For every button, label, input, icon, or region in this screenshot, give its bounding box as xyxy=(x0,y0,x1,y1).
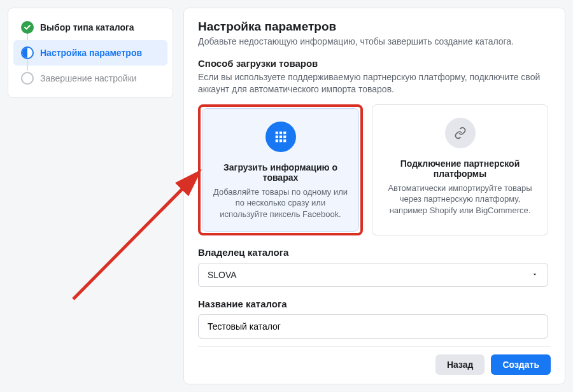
step-label: Выбор типа каталога xyxy=(40,22,134,32)
half-circle-icon xyxy=(21,46,34,59)
card-partner-platform[interactable]: Подключение партнерской платформы Автома… xyxy=(372,104,548,236)
grid-icon xyxy=(265,122,296,152)
card-highlight-box: Загрузить информацию о товарах Добавляйт… xyxy=(198,104,363,236)
caret-down-icon xyxy=(531,270,539,280)
card-title: Подключение партнерской платформы xyxy=(381,158,539,179)
step-label: Настройка параметров xyxy=(40,48,142,58)
svg-rect-1 xyxy=(279,131,281,134)
upload-method-heading: Способ загрузки товаров xyxy=(198,58,548,69)
card-title: Загрузить информацию о товарах xyxy=(211,162,350,183)
svg-rect-3 xyxy=(275,136,278,138)
step-label: Завершение настройки xyxy=(40,73,137,83)
upload-method-cards: Загрузить информацию о товарах Добавляйт… xyxy=(198,104,548,236)
step-pending-finish: Завершение настройки xyxy=(13,66,167,91)
create-button[interactable]: Создать xyxy=(491,354,551,375)
page-title: Настройка параметров xyxy=(198,20,548,34)
link-icon xyxy=(445,118,476,148)
wizard-sidebar: Выбор типа каталога Настройка параметров… xyxy=(8,8,173,98)
svg-rect-6 xyxy=(275,139,278,142)
svg-rect-0 xyxy=(275,131,278,134)
footer-actions: Назад Создать xyxy=(198,346,551,384)
owner-value: SLOVA xyxy=(208,270,237,280)
card-desc: Добавляйте товары по одному или по неско… xyxy=(211,186,350,220)
owner-label: Владелец каталога xyxy=(198,247,548,258)
svg-rect-8 xyxy=(283,139,286,142)
svg-rect-2 xyxy=(283,131,286,134)
upload-method-desc: Если вы используете поддерживаемую партн… xyxy=(198,71,548,95)
svg-rect-5 xyxy=(283,136,286,138)
catalog-name-input[interactable] xyxy=(198,314,548,339)
step-done-catalog-type[interactable]: Выбор типа каталога xyxy=(13,15,167,40)
owner-select[interactable]: SLOVA xyxy=(198,263,548,287)
svg-rect-4 xyxy=(279,136,281,138)
back-button[interactable]: Назад xyxy=(435,354,485,375)
catalog-name-label: Название каталога xyxy=(198,298,548,309)
page-subtitle: Добавьте недостающую информацию, чтобы з… xyxy=(198,36,548,46)
step-active-configure[interactable]: Настройка параметров xyxy=(13,40,167,66)
svg-rect-7 xyxy=(279,139,281,142)
check-circle-icon xyxy=(21,21,34,34)
empty-circle-icon xyxy=(21,72,34,85)
card-desc: Автоматически импортируйте товары через … xyxy=(381,183,539,216)
main-panel: Настройка параметров Добавьте недостающу… xyxy=(183,8,565,384)
card-upload-info[interactable]: Загрузить информацию о товарах Добавляйт… xyxy=(202,108,359,232)
